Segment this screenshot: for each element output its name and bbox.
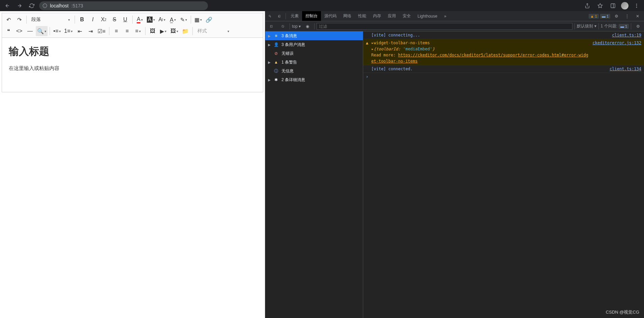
chevron-down-icon: ▾ xyxy=(45,29,46,33)
tab-more[interactable]: » xyxy=(441,11,450,21)
filter-input[interactable] xyxy=(317,23,572,30)
log-message: [vite] connecting... xyxy=(371,32,609,38)
expand-arrow-icon: ▶ xyxy=(268,43,271,47)
chevron-down-icon: ▾ xyxy=(165,29,166,33)
chevron-down-icon: ▾ xyxy=(68,18,70,22)
back-button[interactable] xyxy=(3,1,12,10)
editor-title-placeholder[interactable]: 输入标题 xyxy=(9,45,256,58)
inspect-button[interactable] xyxy=(265,11,275,21)
font-family-button[interactable]: A̲▾ xyxy=(168,15,178,25)
undo-button[interactable]: ↶ xyxy=(3,15,14,25)
separator xyxy=(75,16,75,24)
hr-button[interactable]: ― xyxy=(25,26,35,36)
editor-body-placeholder[interactable]: 在这里输入或粘贴内容 xyxy=(9,65,256,72)
sidebar-info[interactable]: ⓘ无信息 xyxy=(265,67,363,75)
sidebar-verbose[interactable]: ▶✱2 条详细消息 xyxy=(265,75,363,84)
log-source-link[interactable]: client.ts:134 xyxy=(606,66,641,72)
blockquote-button[interactable]: ❝ xyxy=(3,26,14,36)
separator xyxy=(50,27,50,35)
media-button[interactable]: ▶▾ xyxy=(158,26,168,36)
editor-content-area[interactable]: 输入标题 在这里输入或粘贴内容 xyxy=(2,38,263,92)
settings-button[interactable]: ⚙ xyxy=(612,14,621,19)
bold-button[interactable]: B xyxy=(77,15,87,25)
highlight-button[interactable]: ✎▾ xyxy=(179,15,189,25)
share-button[interactable] xyxy=(583,1,592,10)
image-button[interactable]: 🖼 xyxy=(147,26,158,36)
tab-console[interactable]: 控制台 xyxy=(302,11,321,21)
separator xyxy=(132,16,133,24)
font-color-button[interactable]: A▾ xyxy=(135,15,145,25)
warning-icon: ▲ xyxy=(366,40,371,64)
underline-button[interactable]: U xyxy=(120,15,130,25)
profile-avatar[interactable] xyxy=(621,2,628,9)
tab-memory[interactable]: 内存 xyxy=(370,11,384,21)
todo-list-button[interactable]: ☑≡ xyxy=(96,26,107,36)
log-entry[interactable]: [vite] connecting... client.ts:19 xyxy=(363,31,644,39)
chevron-down-icon: ▾ xyxy=(59,29,61,33)
log-level-selector[interactable]: 默认级别 ▾ xyxy=(577,23,596,29)
panel-button[interactable] xyxy=(608,1,618,10)
browser-toolbar: localhost:5173 xyxy=(0,0,644,11)
url-bar[interactable]: localhost:5173 xyxy=(39,1,208,10)
subscript-button[interactable]: X2 xyxy=(99,15,109,25)
sidebar-messages[interactable]: ▶≡3 条消息 xyxy=(265,31,363,40)
error-docs-link[interactable]: https://ckeditor.com/docs/ckeditor5/late… xyxy=(371,53,588,64)
chevron-down-icon: ▾ xyxy=(200,18,202,22)
table-button[interactable]: ▦▾ xyxy=(193,15,203,25)
log-source-link[interactable]: ckeditorerror.js:132 xyxy=(589,40,642,64)
tab-lighthouse[interactable]: Lighthouse xyxy=(414,11,441,21)
separator xyxy=(26,16,27,24)
numbered-list-button[interactable]: 1≡▾ xyxy=(63,26,74,36)
warning-icon: ▲ xyxy=(273,60,279,65)
style-dropdown[interactable]: 样式▾ xyxy=(195,26,232,36)
warnings-badge[interactable]: ▲1 xyxy=(589,14,599,19)
align-center-button[interactable]: ≡ xyxy=(122,26,132,36)
console-settings-button[interactable]: ⚙ xyxy=(633,21,643,31)
tab-network[interactable]: 网络 xyxy=(340,11,355,21)
more-menu-button[interactable]: ⋮ xyxy=(622,14,632,19)
issues-indicator[interactable]: 1 个问题: ▬1 xyxy=(601,23,629,29)
log-entry-warning[interactable]: ▲ ▸widget-toolbar-no-items ▸{toolbarId: … xyxy=(363,39,644,65)
tab-elements[interactable]: 元素 xyxy=(287,11,302,21)
reload-button[interactable] xyxy=(27,1,36,10)
indent-button[interactable]: ⇥ xyxy=(85,26,96,36)
chevron-down-icon: ▾ xyxy=(71,29,73,33)
outdent-button[interactable]: ⇤ xyxy=(75,26,85,36)
code-button[interactable]: <> xyxy=(14,26,24,36)
find-replace-button[interactable]: 🔍▾ xyxy=(36,26,48,36)
sidebar-errors[interactable]: ⊘无错误 xyxy=(265,49,363,58)
toggle-sidebar-button[interactable] xyxy=(267,21,276,31)
tab-security[interactable]: 安全 xyxy=(399,11,414,21)
heading-dropdown[interactable]: 段落▾ xyxy=(29,15,73,25)
redo-button[interactable]: ↷ xyxy=(14,15,24,25)
context-selector[interactable]: top ▾ xyxy=(292,24,301,29)
live-expression-button[interactable]: ◉ xyxy=(303,21,312,31)
image-insert-button[interactable]: 🖼▾ xyxy=(169,26,180,36)
strikethrough-button[interactable]: S xyxy=(109,15,119,25)
expand-arrow-icon: ▶ xyxy=(268,34,271,38)
log-entry[interactable]: [vite] connected. client.ts:134 xyxy=(363,65,644,73)
clear-console-button[interactable] xyxy=(278,21,288,31)
link-button[interactable]: 🔗 xyxy=(204,15,214,25)
file-browse-button[interactable]: 📁 xyxy=(180,26,190,36)
italic-button[interactable]: I xyxy=(88,15,98,25)
info-badge[interactable]: ▬1 xyxy=(600,14,610,19)
device-toggle-button[interactable] xyxy=(275,11,284,21)
forward-button[interactable] xyxy=(15,1,24,10)
console-prompt[interactable]: › xyxy=(363,73,644,80)
bg-color-button[interactable]: A▾ xyxy=(145,15,156,25)
tab-application[interactable]: 应用 xyxy=(384,11,399,21)
alignment-button[interactable]: ≡▾ xyxy=(133,26,143,36)
align-left-button[interactable]: ≡ xyxy=(111,26,122,36)
bookmark-button[interactable] xyxy=(595,1,605,10)
sidebar-warnings[interactable]: ▶▲1 条警告 xyxy=(265,58,363,67)
menu-button[interactable] xyxy=(632,1,641,10)
font-size-button[interactable]: AI▾ xyxy=(157,15,167,25)
tab-sources[interactable]: 源代码 xyxy=(321,11,340,21)
bullet-list-button[interactable]: •≡▾ xyxy=(52,26,62,36)
log-message: [vite] connected. xyxy=(371,66,606,72)
tab-performance[interactable]: 性能 xyxy=(355,11,370,21)
sidebar-user-messages[interactable]: ▶👤3 条用户消息 xyxy=(265,40,363,49)
log-source-link[interactable]: client.ts:19 xyxy=(609,32,641,38)
close-devtools-button[interactable]: ✕ xyxy=(633,14,642,19)
